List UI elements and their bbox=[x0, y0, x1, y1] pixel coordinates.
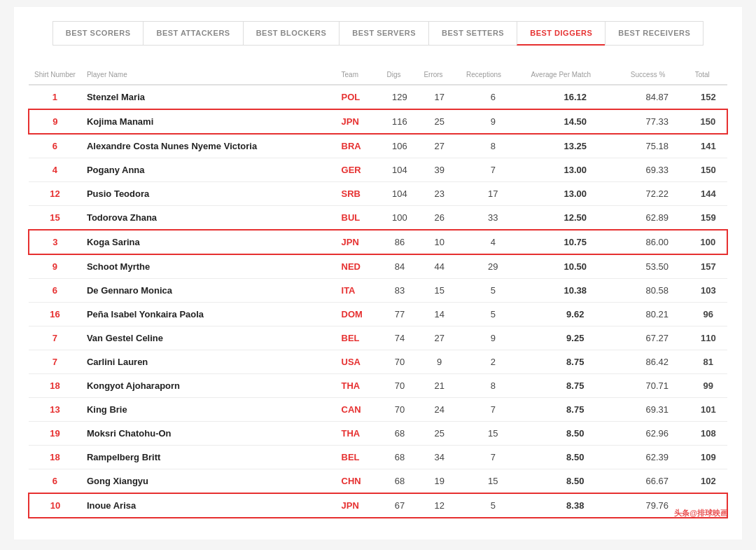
cell-errors: 14 bbox=[418, 303, 461, 326]
cell-digs: 68 bbox=[382, 469, 419, 494]
col-header-avg: Average Per Match bbox=[526, 67, 625, 85]
cell-shirt: 13 bbox=[29, 398, 81, 422]
cell-digs: 116 bbox=[382, 109, 419, 134]
table-row: 6Gong XiangyuCHN6819158.5066.67102 bbox=[29, 469, 727, 494]
table-row: 16Peña Isabel Yonkaira PaolaDOM771459.62… bbox=[29, 303, 727, 326]
cell-success: 67.27 bbox=[625, 326, 690, 350]
cell-success: 75.18 bbox=[625, 134, 690, 158]
cell-errors: 23 bbox=[418, 182, 461, 206]
cell-receptions: 7 bbox=[461, 398, 526, 422]
cell-shirt: 4 bbox=[29, 158, 81, 182]
cell-shirt: 18 bbox=[29, 374, 81, 398]
cell-digs: 74 bbox=[382, 326, 419, 350]
table-row: 6Alexandre Costa Nunes Nyeme VictoriaBRA… bbox=[29, 134, 727, 158]
cell-avg: 9.62 bbox=[526, 303, 625, 326]
table-body: 1Stenzel MariaPOL12917616.1284.871529Koj… bbox=[29, 85, 727, 518]
cell-shirt: 12 bbox=[29, 182, 81, 206]
col-header-errors: Errors bbox=[418, 67, 461, 85]
cell-success: 70.71 bbox=[625, 374, 690, 398]
cell-digs: 70 bbox=[382, 350, 419, 374]
tab-best-blockers[interactable]: BEST BLOCKERS bbox=[243, 21, 340, 46]
cell-avg: 10.50 bbox=[526, 254, 625, 279]
cell-shirt: 1 bbox=[29, 85, 81, 109]
cell-name: Todorova Zhana bbox=[81, 206, 336, 231]
cell-shirt: 6 bbox=[29, 134, 81, 158]
cell-shirt: 19 bbox=[29, 422, 81, 446]
cell-total: 101 bbox=[690, 398, 727, 422]
cell-receptions: 15 bbox=[461, 422, 526, 446]
cell-name: Gong Xiangyu bbox=[81, 469, 336, 494]
stats-table: Shirt NumberPlayer NameTeamDigsErrorsRec… bbox=[28, 67, 728, 518]
cell-digs: 84 bbox=[382, 254, 419, 279]
cell-shirt: 6 bbox=[29, 279, 81, 303]
cell-digs: 67 bbox=[382, 493, 419, 518]
cell-avg: 8.75 bbox=[526, 398, 625, 422]
tab-best-setters[interactable]: BEST SETTERS bbox=[428, 21, 517, 46]
cell-team: JPN bbox=[336, 493, 382, 518]
table-row: 10Inoue ArisaJPN671258.3879.76 bbox=[29, 493, 727, 518]
cell-success: 62.39 bbox=[625, 446, 690, 469]
cell-name: Kongyot Ajoharaporn bbox=[81, 374, 336, 398]
cell-total: 108 bbox=[690, 422, 727, 446]
cell-errors: 17 bbox=[418, 85, 461, 109]
cell-success: 72.22 bbox=[625, 182, 690, 206]
tab-best-scorers[interactable]: BEST SCORERS bbox=[52, 21, 144, 46]
cell-avg: 9.25 bbox=[526, 326, 625, 350]
stats-table-wrap: Shirt NumberPlayer NameTeamDigsErrorsRec… bbox=[28, 67, 728, 518]
cell-success: 62.89 bbox=[625, 206, 690, 231]
cell-total: 102 bbox=[690, 469, 727, 494]
cell-errors: 12 bbox=[418, 493, 461, 518]
cell-receptions: 7 bbox=[461, 446, 526, 469]
col-header-receptions: Receptions bbox=[461, 67, 526, 85]
table-row: 15Todorova ZhanaBUL100263312.5062.89159 bbox=[29, 206, 727, 231]
table-row: 7Carlini LaurenUSA70928.7586.4281 bbox=[29, 350, 727, 374]
cell-errors: 26 bbox=[418, 206, 461, 231]
cell-success: 66.67 bbox=[625, 469, 690, 494]
cell-receptions: 8 bbox=[461, 134, 526, 158]
cell-success: 53.50 bbox=[625, 254, 690, 279]
cell-total: 144 bbox=[690, 182, 727, 206]
cell-avg: 8.75 bbox=[526, 350, 625, 374]
cell-digs: 104 bbox=[382, 158, 419, 182]
cell-errors: 21 bbox=[418, 374, 461, 398]
cell-success: 80.21 bbox=[625, 303, 690, 326]
table-row: 7Van Gestel CelineBEL742799.2567.27110 bbox=[29, 326, 727, 350]
tab-best-attackers[interactable]: BEST ATTACKERS bbox=[143, 21, 242, 46]
cell-total: 96 bbox=[690, 303, 727, 326]
cell-success: 80.58 bbox=[625, 279, 690, 303]
cell-name: Stenzel Maria bbox=[81, 85, 336, 109]
cell-digs: 104 bbox=[382, 182, 419, 206]
cell-avg: 10.75 bbox=[526, 230, 625, 254]
cell-team: BRA bbox=[336, 134, 382, 158]
table-row: 6De Gennaro MonicaITA8315510.3880.58103 bbox=[29, 279, 727, 303]
cell-total: 150 bbox=[690, 158, 727, 182]
cell-total: 103 bbox=[690, 279, 727, 303]
tab-best-diggers[interactable]: BEST DIGGERS bbox=[517, 21, 605, 46]
cell-receptions: 6 bbox=[461, 85, 526, 109]
tab-best-receivers[interactable]: BEST RECEIVERS bbox=[605, 21, 704, 46]
cell-name: De Gennaro Monica bbox=[81, 279, 336, 303]
cell-name: Van Gestel Celine bbox=[81, 326, 336, 350]
cell-receptions: 29 bbox=[461, 254, 526, 279]
cell-digs: 129 bbox=[382, 85, 419, 109]
cell-avg: 8.75 bbox=[526, 374, 625, 398]
cell-errors: 24 bbox=[418, 398, 461, 422]
cell-avg: 16.12 bbox=[526, 85, 625, 109]
cell-total: 81 bbox=[690, 350, 727, 374]
table-row: 19Moksri Chatohu-OnTHA6825158.5062.96108 bbox=[29, 422, 727, 446]
cell-errors: 25 bbox=[418, 422, 461, 446]
cell-team: POL bbox=[336, 85, 382, 109]
cell-total: 100 bbox=[690, 230, 727, 254]
cell-avg: 13.00 bbox=[526, 158, 625, 182]
cell-receptions: 33 bbox=[461, 206, 526, 231]
cell-success: 69.33 bbox=[625, 158, 690, 182]
cell-avg: 13.00 bbox=[526, 182, 625, 206]
cell-receptions: 17 bbox=[461, 182, 526, 206]
tab-best-servers[interactable]: BEST SERVERS bbox=[339, 21, 428, 46]
cell-avg: 8.50 bbox=[526, 469, 625, 494]
cell-success: 86.00 bbox=[625, 230, 690, 254]
cell-errors: 9 bbox=[418, 350, 461, 374]
cell-digs: 68 bbox=[382, 446, 419, 469]
cell-success: 86.42 bbox=[625, 350, 690, 374]
cell-name: Alexandre Costa Nunes Nyeme Victoria bbox=[81, 134, 336, 158]
